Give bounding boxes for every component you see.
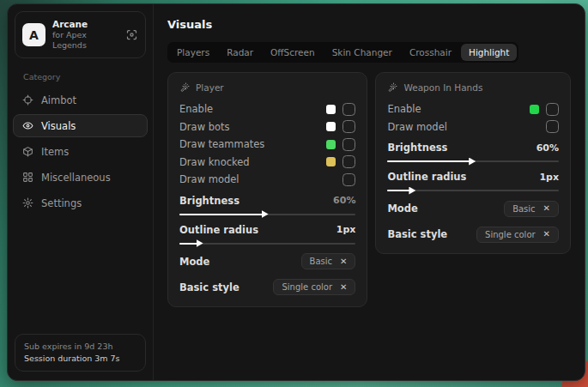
tab-radar[interactable]: Radar <box>219 44 261 61</box>
panel-header: Weapon In Hands <box>387 82 559 93</box>
close-icon[interactable]: ✕ <box>543 230 550 239</box>
gear-icon <box>22 197 33 209</box>
sidebar-item-label: Settings <box>41 197 82 209</box>
color-swatch[interactable] <box>326 122 336 131</box>
tab-crosshair[interactable]: Crosshair <box>402 44 459 61</box>
sidebar-item-visuals[interactable]: Visuals <box>13 114 148 137</box>
panel-title: Weapon In Hands <box>403 82 482 93</box>
app-meta: Arcane for Apex Legends <box>52 19 118 51</box>
checkbox[interactable] <box>342 138 355 151</box>
select-label: Mode <box>179 256 209 268</box>
slider-value: 60% <box>536 142 559 154</box>
select-row: Basic styleSingle color✕ <box>179 278 355 297</box>
panel-weapon-in-hands: Weapon In HandsEnableDraw modelBrightnes… <box>375 72 571 254</box>
main-content: Visuals PlayersRadarOffScreenSkin Change… <box>154 4 585 380</box>
scan-target-icon[interactable] <box>125 28 138 41</box>
checkbox[interactable] <box>546 103 559 116</box>
slider-block: Brightness60% <box>179 194 355 215</box>
panel-header: Player <box>179 82 355 93</box>
category-label: Category <box>23 72 148 82</box>
slider-track[interactable] <box>179 214 355 215</box>
sidebar-menu: AimbotVisualsItemsMiscellaneousSettings <box>13 88 148 215</box>
wand-sparkles-icon <box>179 82 190 93</box>
slider-track[interactable] <box>179 243 355 245</box>
slider-value: 1px <box>336 224 356 235</box>
sidebar-item-label: Miscellaneous <box>41 172 111 184</box>
select-tag-value: Basic <box>512 204 535 214</box>
panel-player: PlayerEnableDraw botsDraw teammatesDraw … <box>167 72 367 307</box>
app-logo: A <box>22 23 45 46</box>
tab-skin-changer[interactable]: Skin Changer <box>324 44 400 61</box>
sidebar-item-label: Visuals <box>41 120 76 132</box>
toggle-label: Enable <box>387 103 421 115</box>
toggle-label: Draw bots <box>179 121 230 133</box>
app-subtitle: for Apex Legends <box>52 30 118 51</box>
checkbox[interactable] <box>342 103 355 116</box>
toggle-label: Draw model <box>387 121 447 133</box>
checkbox[interactable] <box>342 155 355 168</box>
select-label: Mode <box>387 203 417 215</box>
close-icon[interactable]: ✕ <box>340 283 347 292</box>
slider-value: 60% <box>333 195 355 206</box>
slider-thumb[interactable] <box>409 187 415 195</box>
box-icon <box>22 146 33 157</box>
tab-bar: PlayersRadarOffScreenSkin ChangerCrossha… <box>167 42 518 63</box>
slider-thumb[interactable] <box>197 239 203 247</box>
wand-sparkles-icon <box>387 82 397 93</box>
toggle-row: Draw bots <box>179 118 355 136</box>
subscription-info: Sub expires in 9d 23h Session duration 3… <box>15 334 146 372</box>
toggle-row: Enable <box>387 100 559 118</box>
app-name: Arcane <box>52 19 118 30</box>
toggle-row: Draw teammates <box>179 136 355 154</box>
sidebar-item-settings[interactable]: Settings <box>13 191 148 215</box>
eye-icon <box>22 120 33 131</box>
toggle-row: Draw model <box>179 171 355 189</box>
close-icon[interactable]: ✕ <box>543 204 550 213</box>
select-tag[interactable]: Basic✕ <box>504 201 559 217</box>
select-tag[interactable]: Basic✕ <box>301 253 356 269</box>
grid-icon <box>22 172 33 183</box>
toggle-label: Draw knocked <box>179 156 250 168</box>
checkbox[interactable] <box>342 120 355 133</box>
sidebar-item-miscellaneous[interactable]: Miscellaneous <box>13 166 148 189</box>
slider-block: Outline radius1px <box>387 170 559 191</box>
panel-title: Player <box>196 82 224 93</box>
tab-offscreen[interactable]: OffScreen <box>263 44 323 61</box>
slider-thumb[interactable] <box>469 158 476 166</box>
slider-block: Outline radius1px <box>179 223 355 245</box>
slider-label: Outline radius <box>387 171 466 183</box>
slider-label: Brightness <box>179 195 239 207</box>
sidebar-item-items[interactable]: Items <box>13 140 148 163</box>
color-swatch[interactable] <box>326 105 336 114</box>
checkbox[interactable] <box>546 120 559 133</box>
sidebar-item-label: Aimbot <box>41 94 76 106</box>
desktop-background: A Arcane for Apex Legends Category Aimbo… <box>0 0 588 387</box>
color-swatch[interactable] <box>326 157 336 166</box>
toggle-label: Draw teammates <box>179 138 264 150</box>
sidebar-item-aimbot[interactable]: Aimbot <box>13 88 148 112</box>
toggle-label: Draw model <box>179 173 239 185</box>
close-icon[interactable]: ✕ <box>340 257 347 266</box>
tab-highlight[interactable]: Highlight <box>461 44 517 61</box>
select-label: Basic style <box>387 228 447 240</box>
app-header-card: A Arcane for Apex Legends <box>15 11 146 58</box>
select-row: Basic styleSingle color✕ <box>387 225 559 244</box>
color-swatch[interactable] <box>326 140 336 149</box>
toggle-row: Draw model <box>387 118 559 136</box>
slider-label: Brightness <box>387 142 447 154</box>
select-tag[interactable]: Single color✕ <box>476 227 559 243</box>
toggle-row: Enable <box>179 100 355 118</box>
tab-players[interactable]: Players <box>169 44 217 61</box>
sub-expiry-text: Sub expires in 9d 23h <box>24 341 136 353</box>
slider-block: Brightness60% <box>387 141 559 162</box>
select-tag[interactable]: Single color✕ <box>273 279 355 295</box>
slider-track[interactable] <box>387 190 559 191</box>
toggle-row: Draw knocked <box>179 154 355 172</box>
select-row: ModeBasic✕ <box>179 252 355 271</box>
slider-track[interactable] <box>387 160 559 162</box>
checkbox[interactable] <box>342 173 355 186</box>
slider-thumb[interactable] <box>262 210 269 218</box>
sidebar-spacer <box>13 215 148 334</box>
color-swatch[interactable] <box>530 105 539 114</box>
select-row: ModeBasic✕ <box>387 199 559 218</box>
